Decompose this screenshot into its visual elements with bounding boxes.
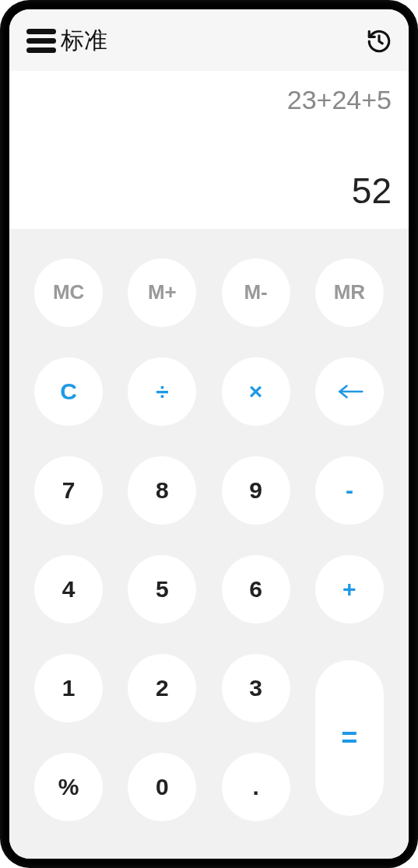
menu-icon[interactable]	[26, 29, 56, 53]
equals-button[interactable]: =	[315, 660, 384, 816]
four-button[interactable]: 4	[34, 555, 103, 624]
clear-button[interactable]: C	[34, 357, 103, 426]
memory-plus-button[interactable]: M+	[128, 258, 196, 327]
display-area: 23+24+5 52	[9, 71, 409, 229]
two-button[interactable]: 2	[128, 654, 196, 722]
percent-button[interactable]: %	[34, 753, 103, 821]
one-button[interactable]: 1	[34, 654, 103, 722]
minus-button[interactable]: -	[315, 456, 384, 525]
phone-screen: 标准 23+24+5 52 MC M+ M- MR C ÷ ×	[9, 9, 409, 859]
phone-frame: 标准 23+24+5 52 MC M+ M- MR C ÷ ×	[0, 0, 418, 868]
zero-button[interactable]: 0	[128, 753, 196, 821]
keypad: MC M+ M- MR C ÷ × 7 8 9 - 4 5 6 +	[9, 229, 409, 859]
plus-button[interactable]: +	[315, 555, 384, 624]
divide-button[interactable]: ÷	[128, 357, 196, 426]
memory-minus-button[interactable]: M-	[222, 258, 290, 327]
header: 标准	[9, 9, 409, 71]
backspace-button[interactable]	[315, 357, 384, 426]
seven-button[interactable]: 7	[34, 456, 103, 525]
header-left: 标准	[26, 25, 107, 57]
nine-button[interactable]: 9	[222, 456, 290, 525]
five-button[interactable]: 5	[128, 555, 196, 624]
eight-button[interactable]: 8	[128, 456, 196, 525]
history-icon[interactable]	[365, 27, 393, 55]
memory-recall-button[interactable]: MR	[315, 258, 384, 327]
six-button[interactable]: 6	[222, 555, 290, 624]
header-title: 标准	[61, 25, 107, 57]
memory-clear-button[interactable]: MC	[34, 258, 103, 327]
multiply-button[interactable]: ×	[222, 357, 290, 426]
result-text: 52	[352, 170, 392, 212]
expression-text: 23+24+5	[287, 85, 392, 115]
decimal-button[interactable]: .	[222, 753, 290, 821]
three-button[interactable]: 3	[222, 654, 290, 722]
